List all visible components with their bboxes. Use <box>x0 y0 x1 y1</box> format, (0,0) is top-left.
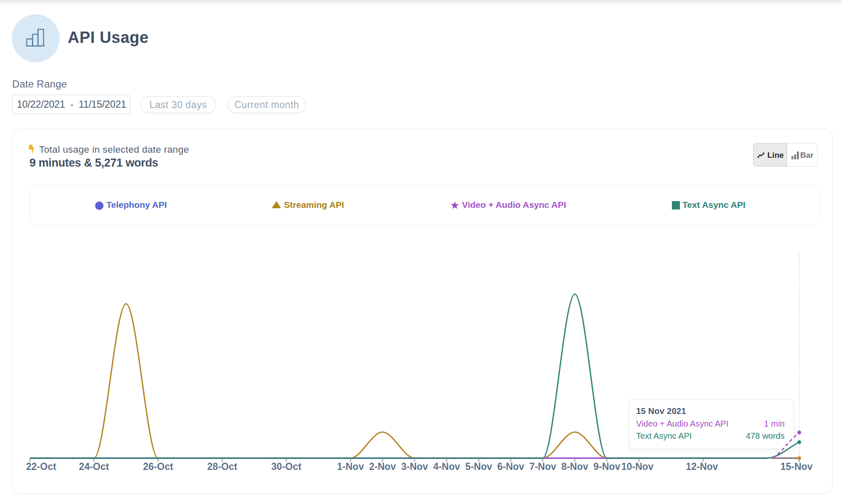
svg-text:26-Oct: 26-Oct <box>143 461 173 472</box>
svg-text:15-Nov: 15-Nov <box>780 461 813 472</box>
svg-text:7-Nov: 7-Nov <box>529 461 556 472</box>
svg-text:6-Nov: 6-Nov <box>497 461 524 472</box>
svg-text:4-Nov: 4-Nov <box>433 461 460 472</box>
svg-text:30-Oct: 30-Oct <box>271 461 302 472</box>
svg-text:28-Oct: 28-Oct <box>207 461 237 472</box>
svg-text:1-Nov: 1-Nov <box>337 461 364 472</box>
svg-text:12-Nov: 12-Nov <box>686 461 718 472</box>
svg-text:9-Nov: 9-Nov <box>594 461 621 472</box>
svg-text:10-Nov: 10-Nov <box>621 461 654 472</box>
svg-text:5-Nov: 5-Nov <box>465 461 492 472</box>
svg-text:22-Oct: 22-Oct <box>26 461 56 472</box>
svg-text:24-Oct: 24-Oct <box>79 461 109 472</box>
svg-text:8-Nov: 8-Nov <box>561 461 588 472</box>
svg-text:2-Nov: 2-Nov <box>369 461 396 472</box>
svg-text:3-Nov: 3-Nov <box>401 461 428 472</box>
